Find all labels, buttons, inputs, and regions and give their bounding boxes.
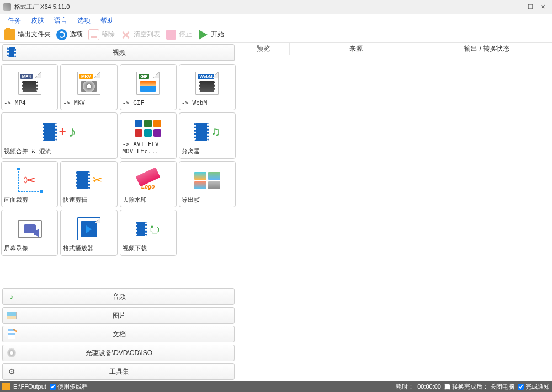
window-title: 格式工厂 X64 5.11.0 [14, 3, 70, 11]
maximize-button[interactable]: ☐ [524, 2, 537, 12]
output-folder-button[interactable]: 输出文件夹 [2, 28, 53, 41]
minimize-button[interactable]: — [512, 2, 524, 12]
right-panel: 预览 来源 输出 / 转换状态 [237, 43, 552, 381]
gear-icon: ⚙ [6, 366, 17, 377]
tile-webm[interactable]: WebM -> WebM [179, 64, 236, 110]
scissors-icon: ✂ [92, 173, 102, 187]
tile-splitter-label: 分离器 [182, 148, 233, 155]
toolbar: 输出文件夹 选项 移除 清空列表 停止 开始 [0, 26, 552, 43]
music-note-icon: ♫ [211, 125, 220, 139]
menu-option[interactable]: 选项 [73, 15, 95, 26]
tile-splitter[interactable]: ♫ 分离器 [179, 112, 236, 159]
film-icon [136, 222, 147, 236]
category-doc-label: 文档 [20, 330, 234, 339]
col-source[interactable]: 来源 [290, 43, 422, 55]
category-doc[interactable]: ✎ 文档 [2, 326, 235, 342]
menu-language[interactable]: 语言 [50, 15, 72, 26]
folder-icon[interactable] [2, 383, 10, 390]
col-output[interactable]: 输出 / 转换状态 [422, 43, 552, 55]
tile-mkv-label: -> MKV [63, 99, 114, 106]
tile-download-label: 视频下载 [123, 245, 174, 252]
stop-button[interactable]: 停止 [163, 28, 194, 41]
tile-export-frame[interactable]: 导出帧 [179, 161, 236, 207]
tile-download[interactable]: ⭮ 视频下载 [120, 210, 177, 256]
download-icon: ⭮ [149, 223, 160, 235]
after-convert-label: 转换完成后： [452, 383, 489, 391]
menu-bar: 任务 皮肤 语言 选项 帮助 [0, 14, 552, 26]
notify-label: 完成通知 [526, 383, 550, 391]
video-tiles: MP4 -> MP4 MKV -> MKV GIF -> GIF WebM ->… [0, 61, 237, 287]
category-tools[interactable]: ⚙ 工具集 [2, 363, 235, 380]
tile-screen-record[interactable]: 屏幕录像 [1, 210, 58, 256]
tile-more-formats[interactable]: -> AVI FLV MOV Etc... [120, 112, 177, 159]
notify-option[interactable]: 完成通知 [518, 383, 550, 391]
options-label: 选项 [70, 30, 83, 39]
tile-quickcut[interactable]: ✂ 快速剪辑 [60, 161, 117, 207]
camera-icon [24, 224, 36, 233]
category-disc-label: 光驱设备\DVD\CD\ISO [20, 348, 234, 358]
tile-watermark-label: 去除水印 [123, 196, 174, 203]
category-video-label: 视频 [20, 48, 234, 57]
tile-screenrec-label: 屏幕录像 [4, 245, 55, 252]
category-tools-label: 工具集 [20, 367, 234, 377]
picture-icon [6, 310, 17, 321]
list-header: 预览 来源 输出 / 转换状态 [237, 43, 552, 55]
after-convert-checkbox[interactable] [444, 384, 450, 390]
tile-quickcut-label: 快速剪辑 [63, 196, 114, 203]
tile-mkv[interactable]: MKV -> MKV [60, 64, 117, 110]
menu-skin[interactable]: 皮肤 [26, 15, 49, 26]
tile-player[interactable]: 格式播放器 [60, 210, 117, 256]
tile-crop-label: 画面裁剪 [4, 196, 55, 203]
film-icon [194, 123, 209, 141]
col-preview[interactable]: 预览 [237, 43, 290, 55]
menu-help[interactable]: 帮助 [96, 15, 118, 26]
category-image[interactable]: 图片 [2, 307, 235, 324]
tile-exportframe-label: 导出帧 [182, 196, 233, 203]
stop-icon [166, 30, 176, 40]
left-panel: 视频 MP4 -> MP4 MKV -> MKV GIF -> GIF WebM… [0, 43, 237, 381]
category-audio[interactable]: ♪ 音频 [2, 288, 235, 305]
clear-icon [120, 29, 131, 40]
tile-remove-watermark[interactable]: Logo 去除水印 [120, 161, 177, 207]
multithread-checkbox[interactable] [50, 384, 56, 390]
close-button[interactable]: ✕ [537, 2, 549, 12]
music-note-icon: ♪ [6, 291, 17, 302]
after-convert-option[interactable]: 转换完成后： 关闭电脑 [444, 383, 514, 391]
category-audio-label: 音频 [20, 292, 234, 302]
clear-list-button[interactable]: 清空列表 [118, 28, 162, 41]
disc-icon [6, 347, 17, 358]
notify-checkbox[interactable] [518, 384, 524, 390]
category-video[interactable]: 视频 [2, 44, 235, 61]
scissors-icon: ✂ [24, 172, 36, 189]
options-button[interactable]: 选项 [54, 28, 85, 41]
tile-merge[interactable]: + ♪ 视频合并 & 混流 [1, 112, 118, 159]
film-icon [43, 123, 57, 141]
tile-gif[interactable]: GIF -> GIF [120, 64, 177, 110]
menu-task[interactable]: 任务 [3, 15, 25, 26]
film-icon [6, 47, 17, 58]
task-list[interactable] [237, 55, 552, 381]
monitor-icon [18, 220, 42, 238]
output-path[interactable]: E:\FFOutput [13, 383, 46, 390]
start-button[interactable]: 开始 [195, 28, 226, 41]
category-disc[interactable]: 光驱设备\DVD\CD\ISO [2, 345, 235, 361]
title-bar: 格式工厂 X64 5.11.0 — ☐ ✕ [0, 0, 552, 14]
tile-player-label: 格式播放器 [63, 245, 114, 252]
tile-mp4-label: -> MP4 [4, 99, 55, 106]
crop-icon: ✂ [18, 169, 41, 192]
tile-gif-label: -> GIF [123, 99, 174, 106]
remove-button[interactable]: 移除 [86, 28, 117, 41]
plus-icon: + [59, 125, 66, 139]
folder-icon [4, 29, 15, 40]
tile-mp4[interactable]: MP4 -> MP4 [1, 64, 58, 110]
after-convert-value: 关闭电脑 [490, 383, 514, 391]
elapsed-label: 耗时： [396, 383, 414, 391]
tile-crop[interactable]: ✂ 画面裁剪 [1, 161, 58, 207]
tile-webm-label: -> WebM [182, 99, 233, 106]
category-image-label: 图片 [20, 311, 234, 320]
app-icon [3, 3, 11, 11]
tile-more-label: -> AVI FLV MOV Etc... [123, 141, 174, 155]
thumbnails-icon [194, 172, 220, 189]
multithread-option[interactable]: 使用多线程 [50, 383, 88, 391]
tile-merge-label: 视频合并 & 混流 [4, 148, 115, 155]
